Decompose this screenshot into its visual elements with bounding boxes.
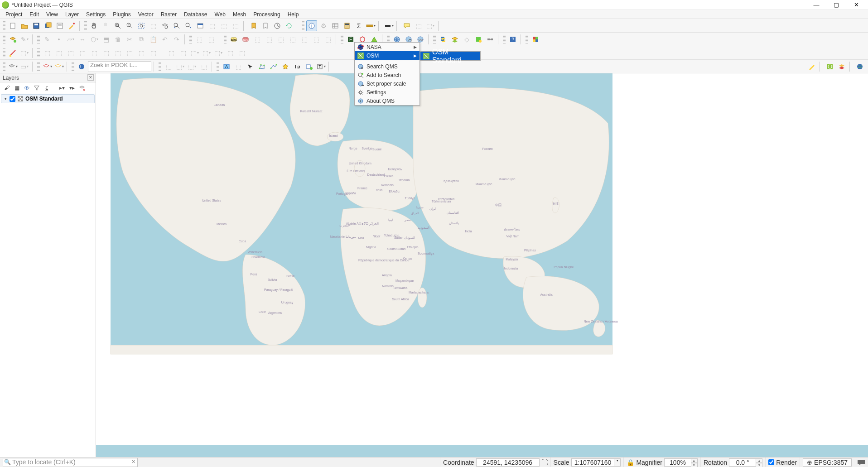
annot-form-button[interactable]: ⬚ xyxy=(233,61,244,72)
menu-layer[interactable]: Layer xyxy=(62,10,82,19)
qms-menu-search-qms[interactable]: Search QMS xyxy=(355,62,420,71)
toggle-editing-button[interactable]: ✎▾ xyxy=(19,34,30,45)
undo-button[interactable]: ↶ xyxy=(159,34,170,45)
filter-a-button[interactable]: ▾ xyxy=(42,61,53,72)
sel-3-button[interactable]: ⬚▾ xyxy=(187,61,198,72)
qms-menu-osm[interactable]: OSM▶ xyxy=(355,51,420,60)
snap-9-button[interactable]: ⬚ xyxy=(136,48,147,58)
move-feature-button[interactable]: ↔ xyxy=(77,34,88,45)
qms-menu-set-proper-scale[interactable]: Set proper scale xyxy=(355,79,420,88)
annot-text2-button[interactable]: Tø xyxy=(292,61,303,72)
save-as-button[interactable] xyxy=(43,20,53,31)
refresh-button[interactable] xyxy=(284,20,294,31)
layer-row[interactable]: ▾ OSM Standard xyxy=(1,94,95,103)
extents-toggle-icon[interactable]: ⛶ xyxy=(541,459,548,466)
annot-line-button[interactable] xyxy=(268,61,279,72)
new-map-view-button[interactable] xyxy=(195,20,206,31)
processing-results-button[interactable] xyxy=(473,34,484,45)
manage-layer-dd-button[interactable]: ▭▾ xyxy=(19,61,30,72)
new-bookmark-button[interactable] xyxy=(248,20,259,31)
dock-button[interactable]: ⬚ xyxy=(218,20,229,31)
qms-submenu-osm-standard[interactable]: OSM Standard xyxy=(420,52,480,60)
annot-star-button[interactable] xyxy=(280,61,291,72)
shape-a-button[interactable]: ⬚▾ xyxy=(19,48,30,58)
snap-6-button[interactable]: ⬚ xyxy=(101,48,111,58)
snap-4-button[interactable]: ⬚ xyxy=(77,48,88,58)
filter-b-button[interactable]: ▾ xyxy=(53,61,64,72)
snap-13-button[interactable]: ⬚▾ xyxy=(189,48,200,58)
paste-button[interactable]: 📋 xyxy=(148,34,159,45)
annot-poly-button[interactable] xyxy=(256,61,267,72)
label-rotate-button[interactable]: ⬚ xyxy=(275,34,286,45)
new-print-layout-button[interactable] xyxy=(54,20,65,31)
label-pin-button[interactable]: ⬚ xyxy=(311,34,322,45)
rotation-value[interactable]: 0.0 ° xyxy=(729,458,756,467)
snap-2-button[interactable]: ⬚ xyxy=(53,48,64,58)
pan-to-selection-button[interactable] xyxy=(101,20,111,31)
menu-help[interactable]: Help xyxy=(284,10,303,19)
sel-2-button[interactable]: ⬚▾ xyxy=(175,61,186,72)
layer-remove-button[interactable] xyxy=(78,84,86,92)
menu-project[interactable]: Project xyxy=(2,10,26,19)
layers-panel-close-button[interactable]: ✕ xyxy=(87,74,94,81)
scale-value[interactable]: 1:107607160 xyxy=(571,458,615,467)
trace-button[interactable]: ⬚ xyxy=(206,34,217,45)
save-project-button[interactable] xyxy=(31,20,42,31)
enable-tracing-button[interactable]: ⬚ xyxy=(194,34,205,45)
layer-style-button[interactable]: 🖌 xyxy=(3,84,11,92)
locate-plugin-button[interactable] xyxy=(825,61,835,72)
label-highlight-button[interactable]: ⬚ xyxy=(299,34,310,45)
menu-database[interactable]: Database xyxy=(180,10,211,19)
magnifier-value[interactable]: 100% xyxy=(664,458,691,467)
menu-settings[interactable]: Settings xyxy=(82,10,109,19)
cut-button[interactable]: ✂ xyxy=(124,34,135,45)
label-show-button[interactable]: ⬚ xyxy=(323,34,333,45)
sel-4-button[interactable]: ⬚ xyxy=(198,61,209,72)
save-edits-button[interactable]: ✎ xyxy=(42,34,53,45)
zoom-next-button[interactable] xyxy=(183,20,194,31)
menu-vector[interactable]: Vector xyxy=(135,10,157,19)
add-layer-button[interactable]: ▾ xyxy=(7,61,18,72)
temporal-controller-button[interactable] xyxy=(272,20,283,31)
snap-12-button[interactable]: ⬚ xyxy=(178,48,188,58)
menu-edit[interactable]: Edit xyxy=(26,10,43,19)
layers-tree[interactable]: ▾ OSM Standard xyxy=(0,93,96,457)
label-diagram-button[interactable]: ⬚ xyxy=(252,34,263,45)
copy-button[interactable]: ⧉ xyxy=(136,34,147,45)
label-move-button[interactable]: ⬚ xyxy=(264,34,275,45)
show-map-tips-button[interactable] xyxy=(401,20,412,31)
zoom-out-button[interactable] xyxy=(124,20,135,31)
snap-7-button[interactable]: ⬚ xyxy=(112,48,123,58)
open-project-button[interactable] xyxy=(19,20,30,31)
chevron-down-icon[interactable]: ▾ xyxy=(3,96,8,101)
maximize-button[interactable]: ▢ xyxy=(826,0,846,10)
layer-expand-button[interactable]: ▸▾ xyxy=(58,84,66,92)
deselect-button[interactable]: ⬚▾ xyxy=(425,20,436,31)
plugin-palette-button[interactable] xyxy=(530,34,541,45)
messages-button[interactable] xyxy=(856,458,866,467)
modify-attributes-button[interactable]: ⬒ xyxy=(101,34,111,45)
style-manager-button[interactable] xyxy=(66,20,77,31)
zoom-in-button[interactable] xyxy=(112,20,123,31)
qms-menu-about-qms[interactable]: iAbout QMS xyxy=(355,96,420,105)
edit-plugin-y-button[interactable] xyxy=(806,61,817,72)
minimize-button[interactable]: — xyxy=(806,0,826,10)
magnifier-spin[interactable]: ▴▾ xyxy=(691,458,698,467)
snap-15-button[interactable]: ⬚▾ xyxy=(213,48,224,58)
sel-1-button[interactable]: ⬚ xyxy=(163,61,174,72)
zoom-to-layer-button[interactable] xyxy=(159,20,170,31)
processing-history-button[interactable]: ◇ xyxy=(461,34,472,45)
render-checkbox[interactable] xyxy=(768,459,774,465)
menu-mesh[interactable]: Mesh xyxy=(229,10,250,19)
dock2-button[interactable]: ⬚ xyxy=(230,20,241,31)
locator-input[interactable]: Type to locate (Ctrl+K) xyxy=(3,458,138,467)
help-button[interactable]: ? xyxy=(507,34,518,45)
new-3d-view-button[interactable]: ⬚ xyxy=(207,20,217,31)
labeling-button[interactable]: abc xyxy=(228,34,239,45)
shape-digitize-button[interactable] xyxy=(7,48,18,58)
layer-add-group-button[interactable]: ▦ xyxy=(13,84,21,92)
menu-view[interactable]: View xyxy=(43,10,62,19)
delete-selected-button[interactable]: 🗑 xyxy=(112,34,123,45)
annot-move-button[interactable] xyxy=(245,61,256,72)
open-att-table-button[interactable] xyxy=(330,20,341,31)
